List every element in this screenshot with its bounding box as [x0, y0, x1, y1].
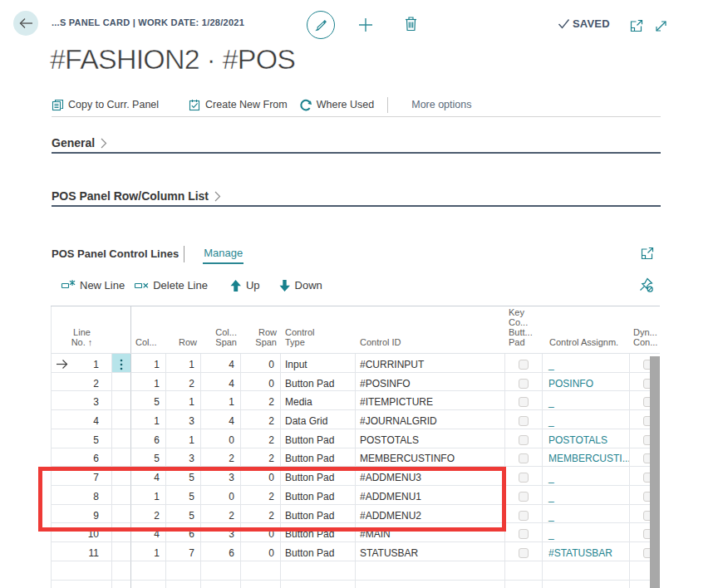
cell-control-id[interactable]: POSTOTALS [356, 429, 505, 448]
key-pad-checkbox[interactable] [519, 548, 529, 558]
cell-col-span[interactable] [201, 581, 241, 588]
cell-control-type[interactable]: Button Pad [281, 542, 356, 561]
cell-control-type[interactable]: Button Pad [281, 429, 356, 448]
key-pad-checkbox[interactable] [519, 453, 529, 463]
cell-control-type[interactable]: Button Pad [281, 448, 356, 468]
cell-row-menu[interactable] [112, 581, 131, 588]
cell-line-no[interactable]: 10 [52, 523, 112, 542]
delete-button[interactable] [405, 17, 417, 32]
cell-key-pad[interactable] [505, 523, 543, 542]
cell-control-type[interactable]: Button Pad [281, 486, 356, 505]
cell-col-span[interactable]: 1 [201, 391, 241, 410]
cell-col-span[interactable]: 3 [201, 467, 241, 486]
cell-row-span[interactable]: 0 [241, 373, 281, 392]
cell-control-id[interactable]: #CURRINPUT [356, 354, 505, 373]
key-pad-checkbox[interactable] [519, 492, 529, 502]
control-assignm-link[interactable]: _ [548, 359, 554, 370]
cell-row-menu[interactable] [112, 391, 131, 410]
cell-key-pad[interactable] [505, 354, 543, 373]
cell-key-pad[interactable] [505, 429, 543, 448]
key-pad-checkbox[interactable] [519, 360, 529, 370]
cell-col[interactable]: 1 [131, 486, 166, 505]
cell-row-span[interactable]: 2 [241, 448, 281, 468]
cell-line-no[interactable]: 11 [52, 542, 112, 561]
open-in-new-window-button[interactable] [629, 19, 643, 33]
cell-col[interactable]: 5 [131, 391, 166, 410]
cell-control-type[interactable]: Data Grid [281, 410, 356, 429]
cell-col-span[interactable]: 3 [201, 523, 241, 542]
action-copy-to-curr-panel[interactable]: Copy to Curr. Panel [52, 99, 159, 111]
cell-control-id[interactable]: STATUSBAR [356, 542, 505, 561]
cell-col-span[interactable] [201, 561, 241, 581]
cell-key-pad[interactable] [505, 467, 543, 486]
cell-line-no[interactable]: 4 [52, 410, 112, 429]
cell-control-id[interactable]: #ADDMENU3 [356, 467, 505, 486]
cell-row[interactable]: 3 [166, 410, 201, 429]
cell-row-span[interactable]: 0 [241, 354, 281, 373]
cell-row[interactable]: 3 [166, 448, 201, 468]
cell-row-span[interactable]: 2 [241, 429, 281, 448]
cell-control-id[interactable] [356, 581, 505, 588]
cell-col[interactable]: 1 [131, 542, 166, 561]
cell-control-id[interactable]: #ADDMENU1 [356, 486, 505, 505]
cell-control-assignm[interactable]: POSINFO [543, 373, 630, 392]
cell-row-span[interactable]: 2 [241, 391, 281, 410]
cell-control-assignm[interactable] [543, 561, 630, 581]
column-header-dynamic-content[interactable]: Dyn... Con... [630, 327, 660, 353]
cell-row[interactable]: 1 [166, 429, 201, 448]
key-pad-checkbox[interactable] [519, 435, 529, 445]
toolbar-up[interactable]: Up [229, 279, 260, 292]
vertical-scrollbar[interactable] [650, 356, 660, 588]
cell-col-span[interactable]: 4 [201, 373, 241, 392]
column-header-key-command-button-pad[interactable]: Key Co... Butt... Pad [505, 307, 543, 353]
control-assignm-link[interactable]: _ [548, 396, 554, 408]
column-header-control-assignm[interactable]: Control Assignm. [543, 337, 630, 353]
unpin-button[interactable] [637, 277, 654, 293]
cell-line-no[interactable] [52, 581, 112, 588]
cell-row[interactable] [166, 581, 201, 588]
control-assignm-link[interactable]: _ [548, 415, 554, 427]
cell-control-assignm[interactable]: POSTOTALS [543, 429, 630, 448]
key-pad-checkbox[interactable] [519, 529, 529, 539]
cell-row[interactable]: 5 [166, 467, 201, 486]
cell-line-no[interactable]: 6 [52, 448, 112, 468]
key-pad-checkbox[interactable] [519, 511, 529, 521]
toolbar-down[interactable]: Down [278, 279, 322, 292]
cell-line-no[interactable]: 8 [52, 486, 112, 505]
cell-line-no[interactable]: 7 [52, 467, 112, 486]
column-header-line-no[interactable]: Line No. ↑ [52, 327, 112, 353]
cell-control-id[interactable]: #JOURNALGRID [356, 410, 505, 429]
cell-control-id[interactable]: #MAIN [356, 523, 505, 542]
cell-control-id[interactable]: #POSINFO [356, 373, 505, 392]
cell-control-type[interactable]: Button Pad [281, 467, 356, 486]
key-pad-checkbox[interactable] [519, 473, 529, 483]
cell-key-pad[interactable] [505, 542, 543, 561]
cell-col[interactable] [131, 561, 166, 581]
cell-col[interactable]: 6 [131, 429, 166, 448]
cell-col[interactable]: 4 [131, 523, 166, 542]
column-header-control-id[interactable]: Control ID [356, 337, 505, 353]
cell-line-no[interactable]: 1 [52, 354, 112, 373]
cell-line-no[interactable] [52, 561, 112, 581]
control-assignm-link[interactable]: POSINFO [548, 378, 593, 390]
cell-row-menu[interactable] [112, 448, 131, 468]
cell-row-span[interactable]: 2 [241, 410, 281, 429]
cell-col[interactable]: 1 [131, 410, 166, 429]
part-open-in-new-window-button[interactable] [640, 247, 654, 261]
control-assignm-link[interactable]: _ [548, 510, 554, 522]
cell-row-span[interactable]: 0 [241, 542, 281, 561]
toolbar-delete-line[interactable]: Delete Line [134, 279, 208, 292]
cell-control-assignm[interactable] [543, 581, 630, 588]
cell-control-assignm[interactable]: _ [543, 505, 630, 524]
cell-row[interactable]: 5 [166, 486, 201, 505]
cell-col[interactable]: 1 [131, 354, 166, 373]
cell-col-span[interactable]: 4 [201, 410, 241, 429]
cell-control-type[interactable]: Input [281, 354, 356, 373]
expand-button[interactable] [654, 19, 668, 33]
cell-line-no[interactable]: 9 [52, 505, 112, 524]
key-pad-checkbox[interactable] [519, 397, 529, 407]
cell-row-span[interactable]: 0 [241, 467, 281, 486]
cell-row[interactable]: 6 [166, 523, 201, 542]
action-create-new-from[interactable]: Create New From [189, 99, 288, 111]
cell-col[interactable]: 5 [131, 448, 166, 468]
